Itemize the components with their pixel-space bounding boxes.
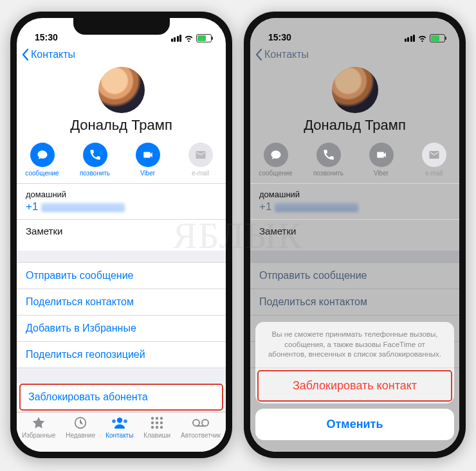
contact-avatar[interactable] [98,67,145,113]
signal-icon [171,35,182,42]
wifi-icon [184,35,194,42]
svg-point-14 [202,420,208,426]
action-add-favorites[interactable]: Добавить в Избранные [17,315,226,341]
signal-icon [405,35,416,42]
quick-actions: сообщение позвонить Viber [17,138,226,183]
contact-header: Дональд Трамп [17,66,226,138]
sheet-message: Вы не сможете принимать телефонные вызов… [255,322,454,368]
battery-icon [196,34,212,42]
tab-voicemail[interactable]: Автоответчик [181,415,221,439]
svg-point-2 [112,420,116,423]
actions-group: Отправить сообщение Поделиться контактом… [17,262,226,368]
mail-icon [188,143,213,167]
svg-point-9 [160,422,163,424]
svg-point-6 [160,417,163,420]
wifi-icon [417,35,427,42]
phone-number: +1 [26,200,217,213]
tab-favorites[interactable]: Избранные [22,415,55,439]
notes-section[interactable]: Заметки [17,219,226,251]
svg-point-10 [151,426,154,429]
action-sheet: Вы не сможете принимать телефонные вызов… [250,44,459,452]
back-button[interactable]: Контакты [22,48,75,61]
contact-name: Дональд Трамп [17,117,226,134]
sheet-panel: Вы не сможете принимать телефонные вызов… [255,322,454,404]
svg-point-5 [156,417,158,420]
keypad-icon [150,415,164,431]
contacts-icon [111,415,129,431]
block-action-row[interactable]: Заблокировать абонента [19,384,223,411]
tab-contacts[interactable]: Контакты [105,415,133,439]
status-time: 15:30 [35,32,58,42]
tab-bar: Избранные Недавние Контакты [17,412,226,452]
clock-icon [73,415,87,431]
action-share-contact[interactable]: Поделиться контактом [17,289,226,315]
phone-type-label: домашний [26,190,217,199]
action-share-location[interactable]: Поделиться геопозицией [17,341,226,368]
voicemail-icon [192,415,210,431]
tab-recents[interactable]: Недавние [66,415,95,439]
phone-blurred [41,203,125,212]
message-icon [30,143,55,167]
phone-section[interactable]: домашний +1 [17,183,226,219]
qa-call[interactable]: позвонить [76,143,114,177]
svg-point-4 [151,417,154,420]
battery-icon [430,34,445,42]
back-label: Контакты [31,49,75,60]
svg-point-1 [117,418,122,423]
video-icon [136,143,160,167]
sheet-block-button[interactable]: Заблокировать контакт [257,370,452,402]
svg-point-8 [156,422,158,424]
nav-bar: Контакты [17,44,226,66]
notes-label: Заметки [17,220,226,251]
svg-point-12 [160,426,163,429]
phone-right: 15:30 Контакты [244,12,466,458]
tab-keypad[interactable]: Клавиши [143,415,170,439]
star-icon [31,415,46,431]
sheet-cancel-button[interactable]: Отменить [255,409,454,440]
qa-email: e-mail [181,143,220,177]
status-bar: 15:30 [17,18,226,44]
svg-point-13 [193,420,199,426]
status-bar: 15:30 [250,18,459,44]
qa-message[interactable]: сообщение [23,143,62,177]
svg-point-11 [156,426,158,429]
call-icon [83,143,107,167]
status-time: 15:30 [268,32,291,42]
phone-left: 15:30 Контакты [10,12,232,458]
svg-point-3 [124,420,127,423]
action-send-message[interactable]: Отправить сообщение [17,263,226,289]
qa-viber[interactable]: Viber [129,143,167,177]
svg-point-7 [151,422,154,424]
